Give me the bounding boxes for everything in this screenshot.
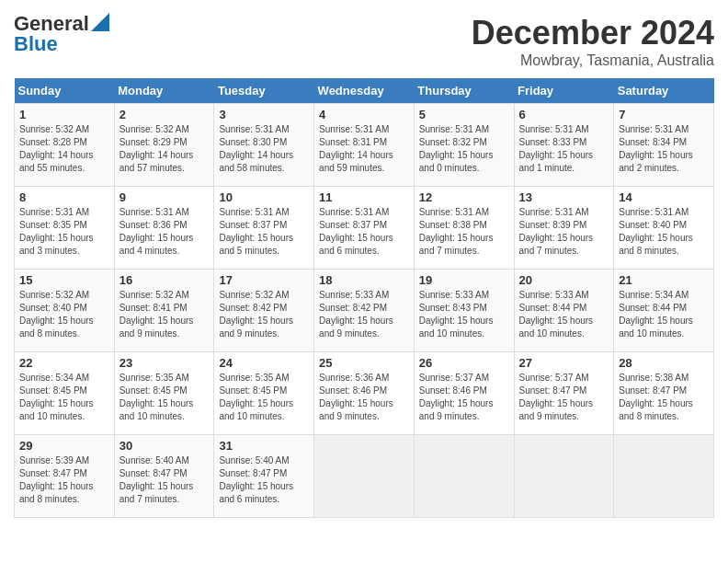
day-cell: 26Sunrise: 5:37 AMSunset: 8:46 PMDayligh…	[414, 352, 514, 435]
day-number: 18	[319, 273, 409, 287]
day-number: 3	[219, 108, 309, 121]
day-number: 10	[219, 190, 309, 204]
day-info: Sunrise: 5:31 AMSunset: 8:33 PMDaylight:…	[519, 123, 609, 175]
svg-marker-0	[91, 13, 109, 31]
day-number: 17	[219, 273, 309, 287]
day-cell: 31Sunrise: 5:40 AMSunset: 8:47 PMDayligh…	[214, 435, 314, 518]
day-number: 4	[319, 108, 409, 121]
month-title: December 2024	[472, 14, 714, 52]
day-number: 1	[19, 108, 109, 121]
day-cell: 20Sunrise: 5:33 AMSunset: 8:44 PMDayligh…	[514, 270, 614, 352]
day-info: Sunrise: 5:31 AMSunset: 8:32 PMDaylight:…	[419, 123, 509, 175]
col-header-friday: Friday	[514, 78, 614, 104]
logo-blue: Blue	[14, 32, 58, 56]
day-info: Sunrise: 5:31 AMSunset: 8:39 PMDaylight:…	[519, 206, 609, 258]
day-number: 15	[19, 273, 109, 287]
day-cell: 7Sunrise: 5:31 AMSunset: 8:34 PMDaylight…	[614, 104, 714, 187]
day-number: 12	[419, 190, 509, 204]
day-info: Sunrise: 5:33 AMSunset: 8:43 PMDaylight:…	[419, 289, 509, 340]
logo-general: General	[14, 14, 89, 34]
day-number: 26	[419, 356, 509, 370]
day-cell	[514, 435, 614, 518]
day-info: Sunrise: 5:35 AMSunset: 8:45 PMDaylight:…	[119, 372, 210, 423]
day-info: Sunrise: 5:38 AMSunset: 8:47 PMDaylight:…	[619, 372, 709, 423]
day-cell: 16Sunrise: 5:32 AMSunset: 8:41 PMDayligh…	[114, 270, 214, 352]
day-info: Sunrise: 5:39 AMSunset: 8:47 PMDaylight:…	[19, 454, 109, 506]
day-number: 21	[619, 273, 709, 287]
day-cell	[414, 435, 514, 518]
day-cell: 13Sunrise: 5:31 AMSunset: 8:39 PMDayligh…	[514, 187, 614, 270]
day-cell: 18Sunrise: 5:33 AMSunset: 8:42 PMDayligh…	[314, 270, 415, 352]
day-cell: 12Sunrise: 5:31 AMSunset: 8:38 PMDayligh…	[414, 187, 514, 270]
day-info: Sunrise: 5:31 AMSunset: 8:37 PMDaylight:…	[319, 206, 409, 258]
day-info: Sunrise: 5:34 AMSunset: 8:44 PMDaylight:…	[619, 289, 709, 340]
day-cell: 14Sunrise: 5:31 AMSunset: 8:40 PMDayligh…	[614, 187, 714, 270]
day-info: Sunrise: 5:31 AMSunset: 8:30 PMDaylight:…	[219, 123, 309, 175]
week-row-4: 22Sunrise: 5:34 AMSunset: 8:45 PMDayligh…	[15, 352, 714, 435]
day-info: Sunrise: 5:32 AMSunset: 8:40 PMDaylight:…	[19, 289, 109, 340]
day-cell	[314, 435, 415, 518]
day-cell: 30Sunrise: 5:40 AMSunset: 8:47 PMDayligh…	[114, 435, 214, 518]
day-cell: 3Sunrise: 5:31 AMSunset: 8:30 PMDaylight…	[214, 104, 314, 187]
day-number: 11	[319, 190, 409, 204]
day-info: Sunrise: 5:37 AMSunset: 8:46 PMDaylight:…	[419, 372, 509, 423]
day-info: Sunrise: 5:31 AMSunset: 8:34 PMDaylight:…	[619, 123, 709, 175]
day-number: 14	[619, 190, 709, 204]
day-info: Sunrise: 5:33 AMSunset: 8:42 PMDaylight:…	[319, 289, 409, 340]
day-cell: 5Sunrise: 5:31 AMSunset: 8:32 PMDaylight…	[414, 104, 514, 187]
day-info: Sunrise: 5:32 AMSunset: 8:42 PMDaylight:…	[219, 289, 309, 340]
day-number: 25	[319, 356, 409, 370]
day-number: 6	[519, 108, 609, 121]
day-number: 28	[619, 356, 709, 370]
day-number: 9	[119, 190, 210, 204]
page-header: General Blue December 2024 Mowbray, Tasm…	[14, 14, 714, 69]
day-cell: 9Sunrise: 5:31 AMSunset: 8:36 PMDaylight…	[114, 187, 214, 270]
col-header-sunday: Sunday	[15, 78, 115, 104]
day-cell	[614, 435, 714, 518]
day-info: Sunrise: 5:31 AMSunset: 8:37 PMDaylight:…	[219, 206, 309, 258]
week-row-1: 1Sunrise: 5:32 AMSunset: 8:28 PMDaylight…	[15, 104, 714, 187]
day-info: Sunrise: 5:34 AMSunset: 8:45 PMDaylight:…	[19, 372, 109, 423]
logo: General Blue	[14, 14, 109, 56]
day-cell: 17Sunrise: 5:32 AMSunset: 8:42 PMDayligh…	[214, 270, 314, 352]
day-cell: 24Sunrise: 5:35 AMSunset: 8:45 PMDayligh…	[214, 352, 314, 435]
day-cell: 23Sunrise: 5:35 AMSunset: 8:45 PMDayligh…	[114, 352, 214, 435]
day-info: Sunrise: 5:31 AMSunset: 8:40 PMDaylight:…	[619, 206, 709, 258]
week-row-3: 15Sunrise: 5:32 AMSunset: 8:40 PMDayligh…	[15, 270, 714, 352]
calendar-table: SundayMondayTuesdayWednesdayThursdayFrid…	[14, 78, 714, 518]
day-cell: 19Sunrise: 5:33 AMSunset: 8:43 PMDayligh…	[414, 270, 514, 352]
week-row-2: 8Sunrise: 5:31 AMSunset: 8:35 PMDaylight…	[15, 187, 714, 270]
day-cell: 27Sunrise: 5:37 AMSunset: 8:47 PMDayligh…	[514, 352, 614, 435]
col-header-thursday: Thursday	[414, 78, 514, 104]
day-number: 22	[19, 356, 109, 370]
day-info: Sunrise: 5:36 AMSunset: 8:46 PMDaylight:…	[319, 372, 409, 423]
day-number: 8	[19, 190, 109, 204]
day-number: 19	[419, 273, 509, 287]
day-cell: 28Sunrise: 5:38 AMSunset: 8:47 PMDayligh…	[614, 352, 714, 435]
day-cell: 10Sunrise: 5:31 AMSunset: 8:37 PMDayligh…	[214, 187, 314, 270]
col-header-saturday: Saturday	[614, 78, 714, 104]
day-number: 5	[419, 108, 509, 121]
day-number: 30	[119, 439, 210, 453]
week-row-5: 29Sunrise: 5:39 AMSunset: 8:47 PMDayligh…	[15, 435, 714, 518]
day-cell: 22Sunrise: 5:34 AMSunset: 8:45 PMDayligh…	[15, 352, 115, 435]
day-cell: 8Sunrise: 5:31 AMSunset: 8:35 PMDaylight…	[15, 187, 115, 270]
day-info: Sunrise: 5:33 AMSunset: 8:44 PMDaylight:…	[519, 289, 609, 340]
day-number: 2	[119, 108, 210, 121]
day-number: 20	[519, 273, 609, 287]
day-cell: 29Sunrise: 5:39 AMSunset: 8:47 PMDayligh…	[15, 435, 115, 518]
location: Mowbray, Tasmania, Australia	[472, 52, 714, 69]
day-cell: 4Sunrise: 5:31 AMSunset: 8:31 PMDaylight…	[314, 104, 415, 187]
day-number: 27	[519, 356, 609, 370]
day-number: 31	[219, 439, 309, 453]
day-number: 23	[119, 356, 210, 370]
day-info: Sunrise: 5:31 AMSunset: 8:38 PMDaylight:…	[419, 206, 509, 258]
day-info: Sunrise: 5:40 AMSunset: 8:47 PMDaylight:…	[119, 454, 210, 506]
day-cell: 1Sunrise: 5:32 AMSunset: 8:28 PMDaylight…	[15, 104, 115, 187]
col-header-monday: Monday	[114, 78, 214, 104]
day-info: Sunrise: 5:32 AMSunset: 8:28 PMDaylight:…	[19, 123, 109, 175]
day-number: 24	[219, 356, 309, 370]
day-number: 29	[19, 439, 109, 453]
day-info: Sunrise: 5:31 AMSunset: 8:36 PMDaylight:…	[119, 206, 210, 258]
day-info: Sunrise: 5:40 AMSunset: 8:47 PMDaylight:…	[219, 454, 309, 506]
